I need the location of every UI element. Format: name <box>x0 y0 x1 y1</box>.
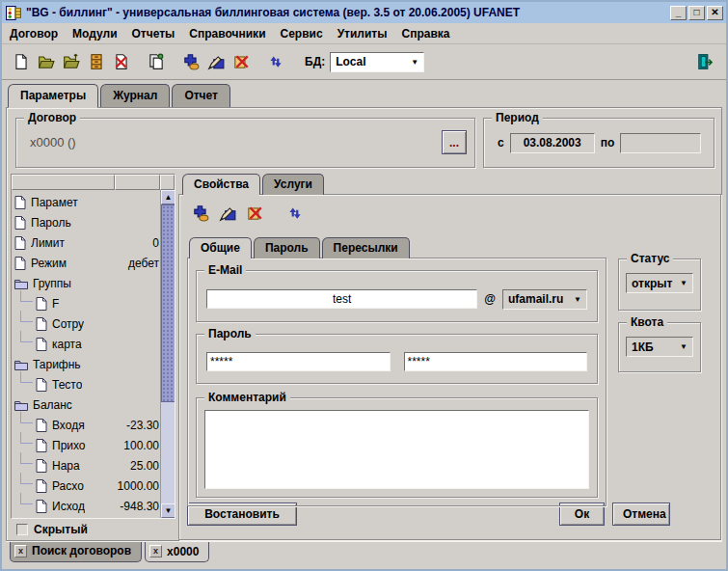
db-select[interactable]: Local ▼ <box>330 52 424 72</box>
tree-label: Парамет <box>31 196 78 209</box>
tree-row[interactable]: Исход -948.30 <box>14 496 159 516</box>
delete-document-icon <box>113 53 130 70</box>
add-record-button[interactable] <box>189 202 212 225</box>
refresh-button[interactable] <box>264 50 287 73</box>
scroll-up-button[interactable]: ▲ <box>161 190 175 204</box>
tree-row[interactable]: Баланс <box>14 394 159 415</box>
close-tab-icon[interactable]: x <box>14 545 27 557</box>
tree-connector <box>20 290 33 302</box>
copy-document-button[interactable] <box>145 50 168 73</box>
cancel-button[interactable]: Отмена <box>612 503 670 526</box>
tree-row[interactable]: Парамет <box>14 192 159 212</box>
delete-contract-button[interactable] <box>110 50 133 73</box>
period-from-value: 03.08.2003 <box>524 136 581 150</box>
tree-row[interactable]: Входя -23.30 <box>14 415 159 435</box>
close-button[interactable]: ✕ <box>707 6 723 20</box>
tab-general[interactable]: Общие <box>189 237 252 258</box>
tree-value: 1000.00 <box>114 479 159 493</box>
tab-label: х0000 <box>167 545 199 558</box>
properties-toolbar <box>179 195 720 228</box>
menu-item[interactable]: Сервис <box>281 27 323 41</box>
tab-properties[interactable]: Свойства <box>182 174 260 195</box>
tree-row[interactable]: Тарифнь <box>14 354 159 374</box>
tree-row[interactable]: Сотру <box>14 313 159 334</box>
status-select[interactable]: открыт ▼ <box>626 273 693 293</box>
close-tab-icon[interactable]: x <box>149 545 162 557</box>
tab-services[interactable]: Услуги <box>262 174 324 195</box>
menu-item[interactable]: Справка <box>401 27 449 41</box>
tree-row[interactable]: Режим дебет <box>14 253 159 273</box>
contract-tree: Парамет <box>11 174 175 519</box>
scroll-thumb[interactable] <box>161 204 175 402</box>
tab-forwarding[interactable]: Пересылки <box>322 237 410 258</box>
tree-row[interactable] <box>14 516 159 518</box>
email-group: E-Mail @ ufamail.ru ▼ <box>196 270 598 322</box>
tree-row[interactable]: F <box>14 293 159 313</box>
tab-journal[interactable]: Журнал <box>100 84 170 107</box>
period-from-field[interactable]: 03.08.2003 <box>510 133 595 153</box>
refresh-button[interactable] <box>283 202 307 225</box>
document-icon <box>14 257 26 270</box>
period-to-field[interactable] <box>620 133 701 153</box>
tree-row[interactable]: Лимит 0 <box>14 232 159 253</box>
bottom-tab-search[interactable]: x Поиск договоров <box>10 540 142 562</box>
menu-item[interactable]: Модули <box>72 27 117 41</box>
minimize-button[interactable]: _ <box>670 6 687 20</box>
tree-connector <box>20 412 33 423</box>
toolbar: БД: Local ▼ <box>2 44 726 80</box>
tree-row[interactable]: Пароль <box>14 212 159 232</box>
tab-password[interactable]: Пароль <box>254 237 320 258</box>
tree-row[interactable]: Тесто <box>14 374 159 394</box>
document-icon <box>36 500 47 513</box>
edit-record-button[interactable] <box>204 50 228 73</box>
tree-label: Нара <box>52 459 80 473</box>
tab-parameters[interactable]: Параметры <box>8 84 98 107</box>
folder-icon <box>14 399 28 411</box>
contract-browse-button[interactable]: ... <box>442 130 467 154</box>
tree-row[interactable]: Нара 25.00 <box>14 455 159 476</box>
tree-label: Расхо <box>52 479 84 493</box>
period-group-title: Период <box>492 111 543 124</box>
hidden-checkbox[interactable] <box>16 524 28 535</box>
add-record-button[interactable] <box>179 50 202 73</box>
domain-select[interactable]: ufamail.ru ▼ <box>502 289 587 310</box>
menu-item[interactable]: Утилиты <box>337 27 388 41</box>
tab-report[interactable]: Отчет <box>172 84 230 107</box>
quota-select[interactable]: 1КБ ▼ <box>626 337 693 357</box>
tree-scrollbar[interactable]: ▲ ▼ <box>160 190 175 518</box>
comment-group: Комментарий <box>196 397 598 498</box>
document-icon <box>36 419 47 432</box>
db-label: БД: <box>305 55 325 68</box>
tree-row[interactable]: Расхо 1000.00 <box>14 476 159 496</box>
window-title: "BG - биллинг" - универсальная биллингов… <box>26 6 668 19</box>
password-input-1[interactable] <box>206 352 391 371</box>
db-select-value: Local <box>336 55 365 68</box>
delete-record-button[interactable] <box>229 50 253 73</box>
tree-header-value[interactable] <box>115 175 160 190</box>
menu-item[interactable]: Отчеты <box>132 27 175 41</box>
email-input[interactable] <box>206 289 477 309</box>
scroll-down-button[interactable]: ▼ <box>161 503 175 518</box>
menu-item[interactable]: Договор <box>10 27 58 41</box>
tree-row[interactable]: Прихо 100.00 <box>14 435 159 455</box>
open-contract-button[interactable] <box>35 50 58 73</box>
titlebar: "BG - биллинг" - универсальная биллингов… <box>2 2 726 23</box>
period-group: Период с 03.08.2003 по <box>483 118 715 168</box>
tree-row[interactable]: карта <box>14 334 159 354</box>
edit-record-button[interactable] <box>216 202 239 225</box>
maximize-button[interactable]: □ <box>688 6 705 20</box>
card-file-button[interactable] <box>85 50 108 73</box>
password-input-2[interactable] <box>404 352 588 371</box>
open-folder-button[interactable] <box>60 50 83 73</box>
tree-connector <box>20 452 33 464</box>
delete-record-button[interactable] <box>243 202 266 225</box>
comment-textarea[interactable] <box>204 410 589 489</box>
bottom-tab-contract[interactable]: x х0000 <box>145 540 209 562</box>
menu-item[interactable]: Справочники <box>189 27 265 41</box>
new-document-button[interactable] <box>10 50 33 73</box>
tree-row[interactable]: Группы <box>14 273 159 293</box>
exit-button[interactable] <box>693 50 716 73</box>
chevron-down-icon: ▼ <box>411 58 418 67</box>
edit-record-icon <box>207 53 225 70</box>
tree-header-name[interactable] <box>12 175 115 190</box>
